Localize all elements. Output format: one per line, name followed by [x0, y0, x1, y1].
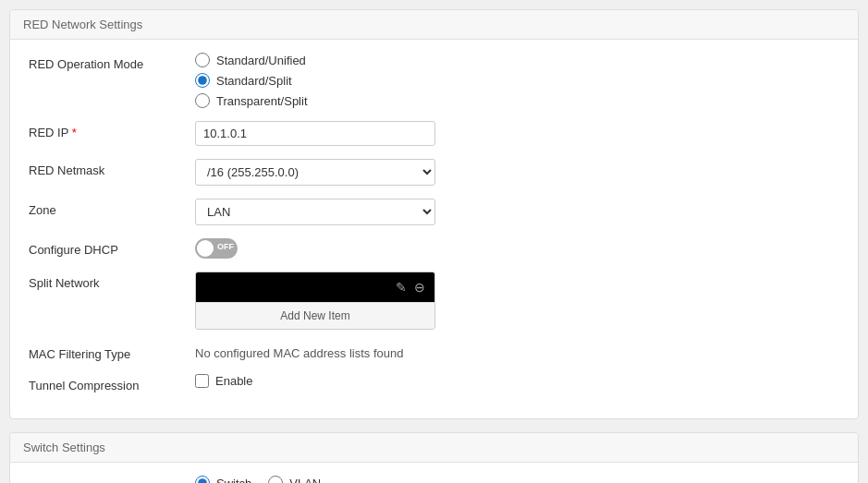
- red-netmask-row: RED Netmask /16 (255.255.0.0) /24 (255.2…: [29, 159, 839, 186]
- configure-dhcp-row: Configure DHCP OFF: [29, 238, 839, 259]
- mac-filtering-control: No configured MAC address lists found: [195, 343, 839, 360]
- switchport-mode-radio-group: Switch VLAN: [195, 476, 839, 483]
- split-network-item-text: [203, 281, 388, 295]
- operation-mode-row: RED Operation Mode Standard/Unified Stan…: [29, 53, 839, 108]
- operation-mode-radio-group: Standard/Unified Standard/Split Transpar…: [195, 53, 839, 108]
- mac-filtering-label: MAC Filtering Type: [29, 343, 195, 361]
- radio-transparent-split[interactable]: Transparent/Split: [195, 93, 839, 108]
- split-network-control: ✎ ⊖ Add New Item: [195, 272, 839, 330]
- dhcp-toggle-off-label: OFF: [217, 242, 234, 251]
- switchport-mode-row: Switchport Mode Switch VLAN: [29, 476, 839, 483]
- red-ip-control: [195, 121, 839, 146]
- tunnel-compression-row: Tunnel Compression Enable: [29, 374, 839, 392]
- zone-control: LAN WAN DMZ: [195, 199, 839, 225]
- radio-standard-unified[interactable]: Standard/Unified: [195, 53, 839, 67]
- radio-transparent-split-label: Transparent/Split: [216, 94, 308, 108]
- red-ip-required: *: [72, 126, 77, 139]
- configure-dhcp-control: OFF: [195, 238, 839, 259]
- red-netmask-select[interactable]: /16 (255.255.0.0) /24 (255.255.255.0) /8…: [195, 159, 435, 186]
- red-ip-label: RED IP *: [29, 121, 195, 139]
- red-netmask-control: /16 (255.255.0.0) /24 (255.255.255.0) /8…: [195, 159, 839, 186]
- operation-mode-label: RED Operation Mode: [29, 53, 195, 71]
- tunnel-compression-checkbox-row: Enable: [195, 374, 839, 388]
- zone-row: Zone LAN WAN DMZ: [29, 199, 839, 225]
- split-network-row: Split Network ✎ ⊖ Add New Item: [29, 272, 839, 330]
- radio-switch-label: Switch: [216, 477, 251, 484]
- tunnel-compression-checkbox-label: Enable: [215, 374, 252, 388]
- radio-standard-unified-label: Standard/Unified: [216, 54, 306, 67]
- switch-section-body: Switchport Mode Switch VLAN: [10, 463, 858, 483]
- mac-filtering-row: MAC Filtering Type No configured MAC add…: [29, 343, 839, 361]
- radio-standard-split-label: Standard/Split: [216, 74, 292, 88]
- zone-label: Zone: [29, 199, 195, 217]
- tunnel-compression-checkbox[interactable]: [195, 374, 209, 388]
- red-section-title: RED Network Settings: [10, 10, 858, 40]
- tunnel-compression-label: Tunnel Compression: [29, 374, 195, 392]
- red-ip-input[interactable]: [195, 121, 435, 146]
- split-network-remove-button[interactable]: ⊖: [412, 278, 427, 296]
- red-section-body: RED Operation Mode Standard/Unified Stan…: [10, 40, 858, 418]
- split-network-box: ✎ ⊖ Add New Item: [195, 272, 435, 330]
- operation-mode-control: Standard/Unified Standard/Split Transpar…: [195, 53, 839, 108]
- red-ip-row: RED IP *: [29, 121, 839, 146]
- split-network-item: ✎ ⊖: [196, 272, 434, 302]
- radio-vlan[interactable]: VLAN: [268, 476, 321, 483]
- configure-dhcp-label: Configure DHCP: [29, 238, 195, 257]
- dhcp-toggle-wrap: OFF: [195, 238, 839, 259]
- switch-section-title: Switch Settings: [10, 433, 858, 463]
- switchport-mode-control: Switch VLAN: [195, 476, 839, 483]
- radio-vlan-label: VLAN: [289, 477, 321, 484]
- add-new-item-button[interactable]: Add New Item: [196, 302, 434, 329]
- split-network-edit-button[interactable]: ✎: [394, 278, 409, 296]
- switchport-mode-label: Switchport Mode: [29, 476, 195, 483]
- switch-settings-card: Switch Settings Switchport Mode Switch V…: [9, 432, 859, 483]
- red-network-settings-card: RED Network Settings RED Operation Mode …: [9, 9, 859, 419]
- split-network-icons: ✎ ⊖: [394, 278, 427, 296]
- split-network-label: Split Network: [29, 272, 195, 290]
- red-netmask-label: RED Netmask: [29, 159, 195, 177]
- mac-filtering-text: No configured MAC address lists found: [195, 343, 839, 360]
- zone-select[interactable]: LAN WAN DMZ: [195, 199, 435, 225]
- tunnel-compression-control: Enable: [195, 374, 839, 388]
- dhcp-toggle[interactable]: OFF: [195, 238, 238, 259]
- radio-switch[interactable]: Switch: [195, 476, 251, 483]
- radio-standard-split[interactable]: Standard/Split: [195, 73, 839, 88]
- dhcp-toggle-slider: OFF: [195, 238, 238, 259]
